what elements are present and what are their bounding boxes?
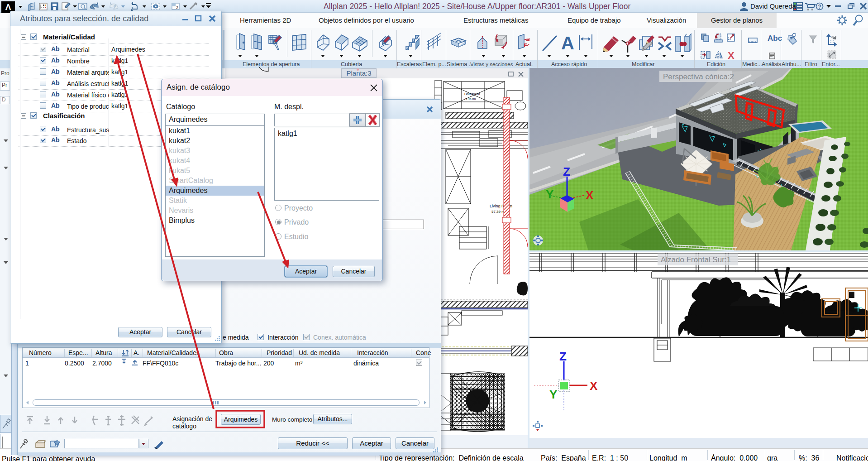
svg-text:Abc: Abc [768,34,782,43]
svg-text:X: X [586,188,594,202]
svg-text:Z: Z [559,350,567,363]
svg-text:Alzado Frontal Sur:1: Alzado Frontal Sur:1 [661,255,731,264]
svg-text:9.96 m²: 9.96 m² [465,97,476,101]
svg-text:X: X [590,379,598,393]
svg-text:Y: Y [549,388,557,401]
svg-text:X: X [728,50,734,60]
svg-text:?: ? [818,4,821,10]
svg-text:Z: Z [563,165,570,178]
svg-text:Perspectiva cónica:2: Perspectiva cónica:2 [663,72,734,81]
svg-text:A: A [561,33,574,53]
svg-text:2: 2 [176,5,178,10]
svg-text:Y: Y [546,187,553,201]
svg-text:Bathroom: Bathroom [464,92,480,96]
